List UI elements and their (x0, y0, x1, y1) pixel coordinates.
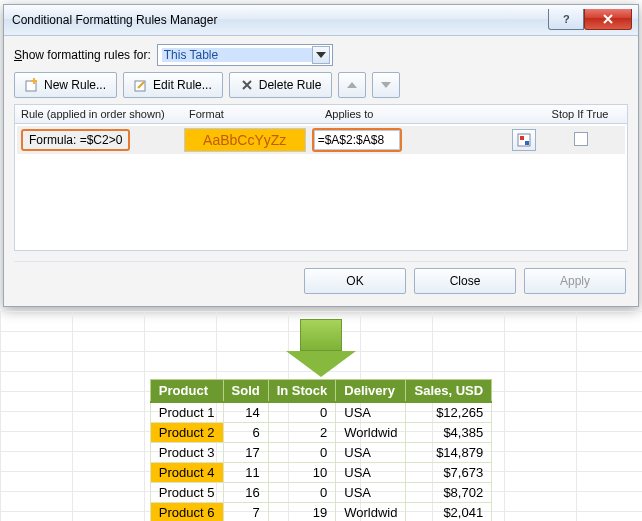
new-rule-button[interactable]: New Rule... (14, 72, 117, 98)
chevron-down-icon[interactable] (312, 46, 330, 64)
table-cell: $4,385 (406, 423, 492, 443)
cf-rules-manager-dialog: Conditional Formatting Rules Manager ? S… (3, 4, 639, 307)
table-cell: Product 1 (150, 402, 223, 423)
result-arrow (286, 319, 356, 377)
table-cell: 0 (268, 483, 336, 503)
rule-row[interactable]: Formula: =$C2>0 AaBbCcYyZz (17, 126, 625, 154)
apply-button[interactable]: Apply (524, 268, 626, 294)
table-row[interactable]: Product 262Worldwid$4,385 (150, 423, 491, 443)
table-cell: Product 6 (150, 503, 223, 522)
table-cell: 10 (268, 463, 336, 483)
table-row[interactable]: Product 6719Worldwid$2,041 (150, 503, 491, 522)
svg-text:?: ? (563, 13, 570, 25)
table-header: Product (150, 380, 223, 403)
table-cell: 17 (223, 443, 268, 463)
table-cell: Product 4 (150, 463, 223, 483)
rule-description: Formula: =$C2>0 (21, 129, 130, 151)
dialog-title: Conditional Formatting Rules Manager (12, 13, 548, 27)
arrow-up-icon (347, 82, 357, 88)
table-cell: $12,265 (406, 402, 492, 423)
table-cell: Product 3 (150, 443, 223, 463)
delete-rule-button[interactable]: Delete Rule (229, 72, 333, 98)
table-header: Delivery (336, 380, 406, 403)
table-row[interactable]: Product 5160USA$8,702 (150, 483, 491, 503)
svg-rect-5 (525, 141, 529, 145)
col-format: Format (189, 108, 325, 120)
table-cell: Product 2 (150, 423, 223, 443)
table-cell: 0 (268, 402, 336, 423)
edit-rule-icon (134, 78, 148, 92)
range-selector-icon (517, 133, 531, 147)
move-up-button[interactable] (338, 72, 366, 98)
ok-button[interactable]: OK (304, 268, 406, 294)
table-header: Sold (223, 380, 268, 403)
table-cell: 16 (223, 483, 268, 503)
table-row[interactable]: Product 3170USA$14,879 (150, 443, 491, 463)
svg-rect-4 (520, 136, 524, 140)
new-rule-icon (25, 78, 39, 92)
scope-combo[interactable]: This Table (157, 44, 333, 66)
titlebar[interactable]: Conditional Formatting Rules Manager ? (4, 5, 638, 36)
scope-value: This Table (162, 48, 312, 62)
table-cell: $8,702 (406, 483, 492, 503)
close-button[interactable]: Close (414, 268, 516, 294)
table-row[interactable]: Product 1140USA$12,265 (150, 402, 491, 423)
show-rules-label: Show formatting rules for: (14, 48, 151, 62)
format-preview: AaBbCcYyZz (184, 128, 306, 152)
table-cell: USA (336, 402, 406, 423)
result-table: ProductSoldIn StockDeliverySales, USD Pr… (150, 379, 492, 521)
table-cell: 7 (223, 503, 268, 522)
arrow-down-icon (381, 82, 391, 88)
table-cell: 19 (268, 503, 336, 522)
stop-if-true-checkbox[interactable] (574, 132, 588, 146)
table-cell: 14 (223, 402, 268, 423)
stop-if-true-cell (542, 132, 621, 149)
table-cell: $7,673 (406, 463, 492, 483)
table-cell: 2 (268, 423, 336, 443)
table-cell: 6 (223, 423, 268, 443)
table-cell: USA (336, 443, 406, 463)
table-cell: Worldwid (336, 423, 406, 443)
edit-rule-button[interactable]: Edit Rule... (123, 72, 223, 98)
rules-list-header: Rule (applied in order shown) Format App… (14, 104, 628, 124)
table-cell: $2,041 (406, 503, 492, 522)
close-window-button[interactable] (584, 9, 632, 30)
move-down-button[interactable] (372, 72, 400, 98)
table-cell: $14,879 (406, 443, 492, 463)
table-cell: 0 (268, 443, 336, 463)
applies-to-input[interactable] (314, 130, 400, 150)
delete-icon (240, 78, 254, 92)
table-cell: 11 (223, 463, 268, 483)
table-cell: USA (336, 483, 406, 503)
table-cell: Worldwid (336, 503, 406, 522)
col-applies: Applies to (325, 108, 539, 120)
col-stop: Stop If True (539, 108, 621, 120)
table-header: Sales, USD (406, 380, 492, 403)
rules-list: Formula: =$C2>0 AaBbCcYyZz (14, 124, 628, 251)
table-cell: USA (336, 463, 406, 483)
table-header: In Stock (268, 380, 336, 403)
range-selector-button[interactable] (512, 129, 536, 151)
table-row[interactable]: Product 41110USA$7,673 (150, 463, 491, 483)
col-rule: Rule (applied in order shown) (21, 108, 189, 120)
table-cell: Product 5 (150, 483, 223, 503)
help-button[interactable]: ? (548, 9, 584, 30)
